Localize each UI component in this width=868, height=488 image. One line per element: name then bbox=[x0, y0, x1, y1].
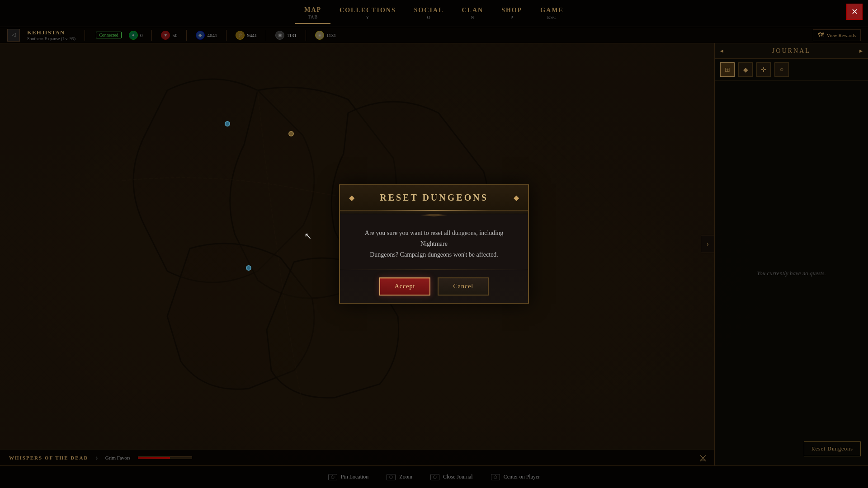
modal-diamond-right-icon: ◆ bbox=[514, 193, 519, 202]
modal-header-decoration bbox=[340, 211, 528, 214]
modal-message: Are you sure you want to reset all dunge… bbox=[358, 228, 510, 260]
modal-accept-button[interactable]: Accept bbox=[379, 277, 431, 296]
modal-diamond-left-icon: ◆ bbox=[349, 193, 354, 202]
modal-cancel-button[interactable]: Cancel bbox=[438, 277, 489, 296]
modal-footer: Accept Cancel bbox=[340, 270, 528, 303]
close-button[interactable]: ✕ bbox=[846, 4, 863, 20]
reset-dungeons-modal: ◆ RESET DUNGEONS ◆ Are you sure you want… bbox=[339, 184, 529, 303]
modal-title: RESET DUNGEONS bbox=[380, 192, 488, 203]
modal-overlay: ◆ RESET DUNGEONS ◆ Are you sure you want… bbox=[0, 0, 868, 488]
modal-header: ◆ RESET DUNGEONS ◆ bbox=[340, 185, 528, 211]
modal-body: Are you sure you want to reset all dunge… bbox=[340, 214, 528, 269]
